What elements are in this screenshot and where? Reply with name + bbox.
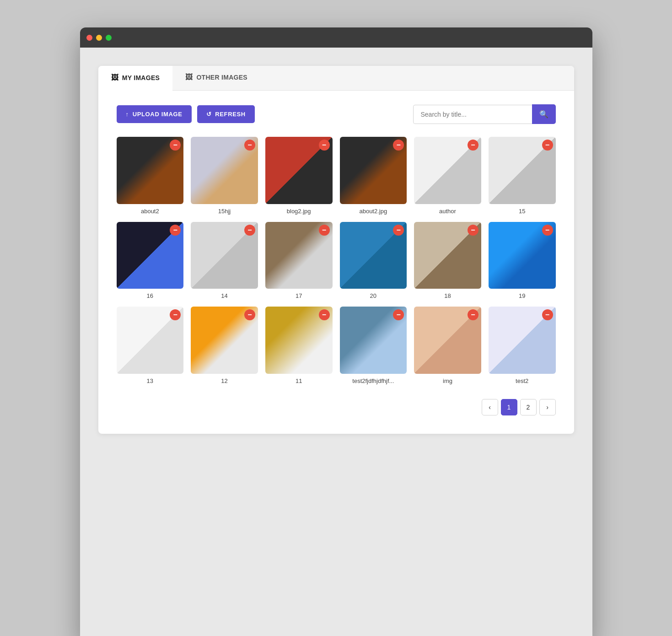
remove-button-11[interactable]: − <box>319 309 330 320</box>
image-label-15: 15 <box>489 208 556 215</box>
remove-button-img[interactable]: − <box>468 309 478 320</box>
remove-button-20[interactable]: − <box>393 225 404 236</box>
remove-button-15hjj[interactable]: − <box>244 140 255 151</box>
pagination-page-2[interactable]: 2 <box>520 399 537 415</box>
image-card-19[interactable]: − 19 <box>489 222 556 300</box>
refresh-label: REFRESH <box>215 111 246 118</box>
image-label-19: 19 <box>489 292 556 299</box>
other-images-icon: 🖼 <box>185 73 193 81</box>
toolbar: ↑ UPLOAD IMAGE ↺ REFRESH 🔍 <box>117 104 556 124</box>
pagination-prev[interactable]: ‹ <box>482 399 498 415</box>
image-label-img: img <box>414 377 481 384</box>
search-icon: 🔍 <box>539 110 548 119</box>
image-label-test2f: test2fjdfhjdfhjf... <box>340 377 407 384</box>
toolbar-left: ↑ UPLOAD IMAGE ↺ REFRESH <box>117 105 255 123</box>
image-label-15hjj: 15hjj <box>191 208 258 215</box>
image-thumb-blog2jpg: − <box>265 137 333 204</box>
image-thumb-author: − <box>414 137 481 204</box>
tab-my-images[interactable]: 🖼 MY IMAGES <box>98 66 173 91</box>
image-thumb-11: − <box>265 307 333 374</box>
image-card-test2[interactable]: − test2 <box>489 307 556 384</box>
image-card-13[interactable]: − 13 <box>117 307 184 384</box>
image-label-about2: about2 <box>117 208 184 215</box>
mac-window: 🖼 MY IMAGES 🖼 OTHER IMAGES ↑ UPLOAD IMAG… <box>80 27 592 636</box>
image-card-17[interactable]: − 17 <box>265 222 333 300</box>
image-thumb-about2: − <box>117 137 184 204</box>
tabs-row: 🖼 MY IMAGES 🖼 OTHER IMAGES <box>98 66 574 91</box>
image-card-img[interactable]: − img <box>414 307 481 384</box>
image-label-blog2jpg: blog2.jpg <box>265 208 333 215</box>
upload-image-button[interactable]: ↑ UPLOAD IMAGE <box>117 105 192 123</box>
minimize-button[interactable] <box>96 35 102 41</box>
maximize-button[interactable] <box>106 35 112 41</box>
remove-button-15[interactable]: − <box>542 140 553 151</box>
image-thumb-img: − <box>414 307 481 374</box>
remove-button-test2[interactable]: − <box>542 309 553 320</box>
tab-other-images[interactable]: 🖼 OTHER IMAGES <box>172 66 260 90</box>
image-thumb-19: − <box>489 222 556 289</box>
image-label-test2: test2 <box>489 377 556 384</box>
remove-button-16[interactable]: − <box>170 225 181 236</box>
image-thumb-15: − <box>489 137 556 204</box>
image-thumb-18: − <box>414 222 481 289</box>
image-card-author[interactable]: − author <box>414 137 481 215</box>
remove-button-18[interactable]: − <box>468 225 478 236</box>
remove-button-about2[interactable]: − <box>170 140 181 151</box>
remove-button-19[interactable]: − <box>542 225 553 236</box>
close-button[interactable] <box>86 35 92 41</box>
image-label-18: 18 <box>414 292 481 299</box>
image-card-20[interactable]: − 20 <box>340 222 407 300</box>
image-label-author: author <box>414 208 481 215</box>
image-thumb-14: − <box>191 222 258 289</box>
upload-icon: ↑ <box>126 111 129 118</box>
tab-my-images-label: MY IMAGES <box>122 74 160 81</box>
image-thumb-16: − <box>117 222 184 289</box>
image-card-test2f[interactable]: − test2fjdfhjdfhjf... <box>340 307 407 384</box>
image-label-16: 16 <box>117 292 184 299</box>
remove-button-author[interactable]: − <box>468 140 478 151</box>
image-card-11[interactable]: − 11 <box>265 307 333 384</box>
refresh-icon: ↺ <box>206 111 212 118</box>
image-card-15[interactable]: − 15 <box>489 137 556 215</box>
image-thumb-20: − <box>340 222 407 289</box>
search-input[interactable] <box>413 105 532 124</box>
remove-button-about2jpg[interactable]: − <box>393 140 404 151</box>
tab-other-images-label: OTHER IMAGES <box>196 74 247 81</box>
panel-content: ↑ UPLOAD IMAGE ↺ REFRESH 🔍 <box>98 91 574 434</box>
window-body: 🖼 MY IMAGES 🖼 OTHER IMAGES ↑ UPLOAD IMAG… <box>80 48 592 636</box>
image-card-16[interactable]: − 16 <box>117 222 184 300</box>
image-label-13: 13 <box>117 377 184 384</box>
image-card-about2jpg[interactable]: − about2.jpg <box>340 137 407 215</box>
pagination-next[interactable]: › <box>539 399 556 415</box>
image-card-18[interactable]: − 18 <box>414 222 481 300</box>
image-label-11: 11 <box>265 377 333 384</box>
image-label-12: 12 <box>191 377 258 384</box>
my-images-icon: 🖼 <box>111 74 118 82</box>
titlebar <box>80 27 592 48</box>
search-row: 🔍 <box>413 104 556 124</box>
pagination-page-1[interactable]: 1 <box>501 399 517 415</box>
search-button[interactable]: 🔍 <box>532 104 556 124</box>
image-thumb-15hjj: − <box>191 137 258 204</box>
image-thumb-13: − <box>117 307 184 374</box>
image-card-12[interactable]: − 12 <box>191 307 258 384</box>
refresh-button[interactable]: ↺ REFRESH <box>197 105 255 123</box>
image-card-about2[interactable]: − about2 <box>117 137 184 215</box>
upload-label: UPLOAD IMAGE <box>133 111 183 118</box>
remove-button-12[interactable]: − <box>244 309 255 320</box>
image-thumb-about2jpg: − <box>340 137 407 204</box>
image-label-about2jpg: about2.jpg <box>340 208 407 215</box>
image-label-17: 17 <box>265 292 333 299</box>
image-card-15hjj[interactable]: − 15hjj <box>191 137 258 215</box>
image-thumb-17: − <box>265 222 333 289</box>
remove-button-17[interactable]: − <box>319 225 330 236</box>
image-thumb-test2: − <box>489 307 556 374</box>
image-card-14[interactable]: − 14 <box>191 222 258 300</box>
image-label-20: 20 <box>340 292 407 299</box>
pagination: ‹ 1 2 › <box>117 399 556 415</box>
image-label-14: 14 <box>191 292 258 299</box>
image-thumb-12: − <box>191 307 258 374</box>
image-card-blog2jpg[interactable]: − blog2.jpg <box>265 137 333 215</box>
remove-button-14[interactable]: − <box>244 225 255 236</box>
remove-button-blog2jpg[interactable]: − <box>319 140 330 151</box>
